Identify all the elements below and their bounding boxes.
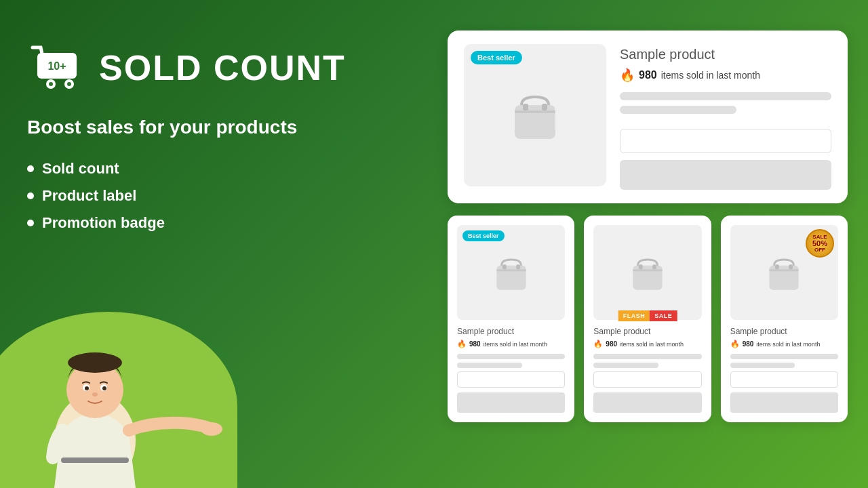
placeholder-input-sm-2	[593, 371, 701, 388]
placeholder-sm-line-1a	[457, 354, 565, 359]
product-image-small-3: SALE 50% OFF	[730, 225, 838, 320]
product-card-small-2: FLASH SALE Sample product 🔥 980 items so…	[584, 216, 711, 422]
placeholder-line-1	[620, 92, 831, 100]
product-title-sm-3: Sample product	[730, 327, 838, 336]
placeholder-sm-line-2a	[593, 354, 701, 359]
left-panel: 10+ SOLD COUNT Boost sales for your prod…	[27, 41, 407, 241]
features-list: Sold count Product label Promotion badge	[27, 160, 407, 232]
placeholder-button-sm-2	[593, 392, 701, 413]
sold-count-number-large: 980	[639, 69, 657, 81]
sold-count-row-sm-1: 🔥 980 items sold in last month	[457, 340, 565, 348]
fire-icon-large: 🔥	[620, 68, 635, 83]
feature-label-1: Sold count	[42, 160, 119, 178]
feature-product-label: Product label	[27, 187, 407, 205]
svg-point-5	[49, 82, 53, 86]
sold-count-num-sm-3: 980	[743, 340, 754, 348]
character-illustration	[14, 325, 231, 488]
sold-count-text-large: items sold in last month	[661, 70, 760, 81]
brand-title: SOLD COUNT	[99, 47, 346, 88]
product-card-small-3: SALE 50% OFF Sample product 🔥 980 items …	[721, 216, 848, 422]
placeholder-button-large	[620, 160, 831, 190]
bullet-1	[27, 165, 34, 172]
bullet-2	[27, 192, 34, 199]
svg-point-6	[67, 82, 71, 86]
feature-label-2: Product label	[42, 187, 136, 205]
svg-point-15	[201, 422, 222, 436]
feature-label-3: Promotion badge	[42, 214, 165, 232]
product-info-large: Sample product 🔥 980 items sold in last …	[620, 44, 831, 190]
sold-count-text-sm-3: items sold in last month	[756, 341, 820, 348]
sale-badge-circle: SALE 50% OFF	[806, 229, 834, 258]
svg-rect-17	[515, 105, 555, 139]
product-image-small-2: FLASH SALE	[593, 225, 701, 320]
svg-rect-31	[789, 264, 793, 269]
placeholder-input-sm-3	[730, 371, 838, 388]
svg-rect-28	[633, 269, 662, 271]
svg-rect-16	[61, 458, 129, 463]
svg-rect-18	[523, 104, 528, 110]
product-image-small-1: Best seller	[457, 225, 565, 320]
placeholder-input-large	[620, 129, 831, 153]
placeholder-button-sm-3	[730, 392, 838, 413]
sale-label: SALE	[650, 310, 677, 321]
svg-rect-26	[639, 264, 643, 269]
placeholder-sm-line-3b	[730, 363, 795, 368]
svg-rect-20	[515, 110, 555, 113]
best-seller-badge-large: Best seller	[471, 51, 522, 64]
placeholder-sm-line-1b	[457, 363, 522, 368]
svg-rect-24	[496, 269, 526, 271]
svg-rect-29	[770, 265, 799, 289]
svg-rect-21	[496, 265, 526, 289]
svg-point-13	[102, 386, 106, 390]
sale-badge-text-percent: 50%	[812, 240, 827, 247]
placeholder-sm-line-3a	[730, 354, 838, 359]
sold-count-text-sm-1: items sold in last month	[484, 341, 547, 348]
svg-rect-22	[502, 264, 507, 269]
svg-rect-19	[542, 104, 547, 110]
placeholder-input-sm-1	[457, 371, 565, 388]
svg-rect-23	[516, 264, 520, 269]
placeholder-sm-line-2b	[593, 363, 658, 368]
svg-rect-32	[770, 269, 799, 271]
flash-label: FLASH	[618, 310, 650, 321]
product-card-large: Best seller Sample product 🔥 980 items s…	[448, 30, 848, 203]
svg-point-14	[92, 392, 98, 396]
product-title-sm-1: Sample product	[457, 327, 565, 336]
sold-count-num-sm-1: 980	[469, 340, 481, 348]
sale-badge-text-off: OFF	[814, 247, 825, 253]
cart-icon: 10+	[27, 41, 88, 95]
bullet-3	[27, 220, 34, 226]
right-panel: Best seller Sample product 🔥 980 items s…	[448, 30, 848, 422]
fire-icon-sm-3: 🔥	[730, 340, 740, 348]
svg-rect-27	[652, 264, 656, 269]
placeholder-button-sm-1	[457, 392, 565, 413]
sold-count-row-sm-3: 🔥 980 items sold in last month	[730, 340, 838, 348]
svg-text:10+: 10+	[47, 60, 66, 72]
product-image-large: Best seller	[464, 44, 606, 186]
sold-count-text-sm-2: items sold in last month	[620, 341, 684, 348]
svg-rect-2	[46, 75, 75, 78]
product-title-sm-2: Sample product	[593, 327, 701, 336]
product-card-small-1: Best seller Sample product 🔥 980 items s…	[448, 216, 574, 422]
feature-promotion-badge: Promotion badge	[27, 214, 407, 232]
fire-icon-sm-2: 🔥	[593, 340, 603, 348]
sold-count-row-sm-2: 🔥 980 items sold in last month	[593, 340, 701, 348]
product-title-large: Sample product	[620, 47, 831, 62]
svg-rect-30	[775, 264, 779, 269]
small-cards-row: Best seller Sample product 🔥 980 items s…	[448, 216, 848, 422]
svg-rect-25	[633, 265, 662, 289]
svg-point-9	[68, 352, 122, 373]
best-seller-badge-sm-1: Best seller	[462, 230, 505, 241]
fire-icon-sm-1: 🔥	[457, 340, 467, 348]
placeholder-line-2	[620, 106, 736, 114]
feature-sold-count: Sold count	[27, 160, 407, 178]
svg-point-12	[85, 386, 89, 390]
sold-count-num-sm-2: 980	[606, 340, 617, 348]
flash-sale-banner: FLASH SALE	[618, 310, 677, 321]
logo-area: 10+ SOLD COUNT	[27, 41, 407, 95]
tagline: Boost sales for your products	[27, 115, 407, 140]
sold-count-row-large: 🔥 980 items sold in last month	[620, 68, 831, 83]
